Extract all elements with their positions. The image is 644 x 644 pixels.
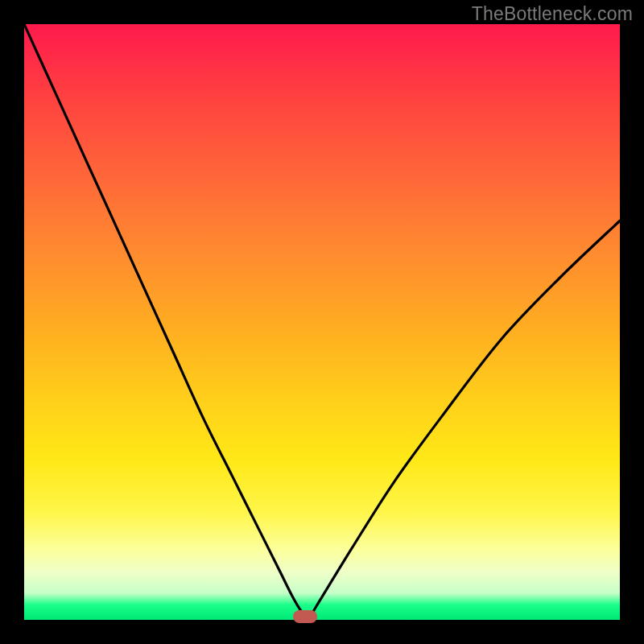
optimum-marker (293, 610, 317, 623)
bottleneck-curve (24, 24, 620, 620)
plot-area (24, 24, 620, 620)
chart-frame: TheBottleneck.com (0, 0, 644, 644)
watermark-text: TheBottleneck.com (472, 3, 633, 25)
